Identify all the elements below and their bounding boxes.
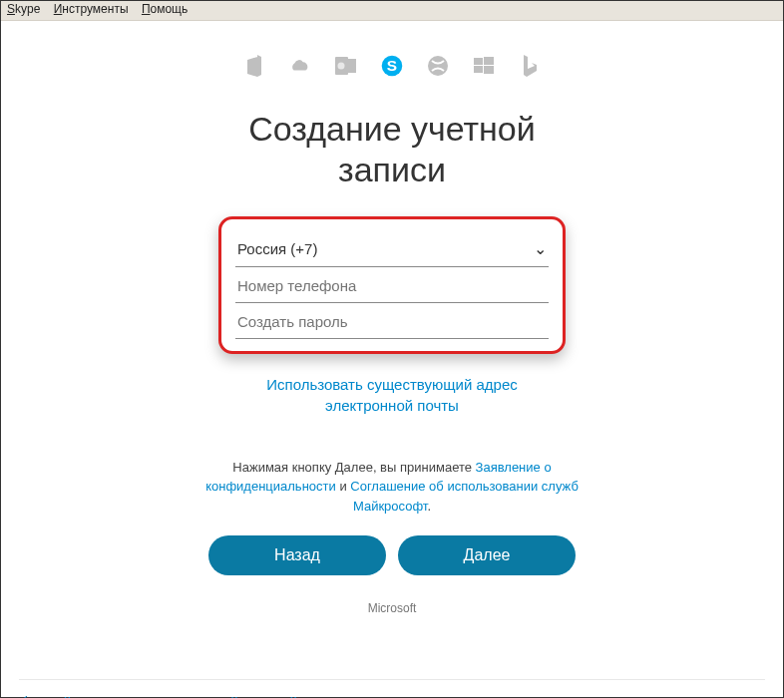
menu-tools[interactable]: Инструменты: [54, 2, 129, 16]
svg-rect-7: [484, 57, 494, 65]
agreement-link[interactable]: Соглашение об использовании служб Майкро…: [350, 479, 579, 514]
svg-rect-8: [474, 66, 483, 73]
chevron-down-icon: ⌄: [534, 239, 547, 258]
office-icon: [242, 54, 266, 78]
phone-field-row: [235, 267, 549, 303]
country-code-value: Россия (+7): [237, 240, 317, 257]
windows-icon: [472, 54, 496, 78]
password-field-row: [235, 303, 549, 339]
back-button[interactable]: Назад: [208, 535, 386, 575]
signup-form-highlight: Россия (+7) ⌄: [218, 216, 566, 354]
phone-input[interactable]: [237, 277, 547, 294]
other-account-link[interactable]: 🡠 Войти в систему под другой учетной зап…: [19, 679, 765, 698]
terms-suffix: .: [427, 499, 431, 514]
skype-icon: S: [380, 54, 404, 78]
svg-point-2: [338, 63, 345, 70]
next-button[interactable]: Далее: [398, 535, 576, 575]
button-row: Назад Далее: [16, 535, 768, 575]
country-code-select[interactable]: Россия (+7) ⌄: [235, 229, 549, 267]
svg-rect-9: [484, 66, 494, 74]
title-line2: записи: [16, 150, 768, 190]
services-icon-row: S: [16, 51, 768, 81]
svg-text:S: S: [387, 57, 397, 74]
menu-skype[interactable]: Skype: [7, 2, 40, 16]
use-existing-email-link[interactable]: Использовать существующий адрес электрон…: [16, 374, 768, 416]
terms-and: и: [336, 479, 351, 494]
arrow-left-icon: 🡠: [19, 692, 37, 698]
use-email-line1: Использовать существующий адрес: [16, 374, 768, 395]
microsoft-footer: Microsoft: [16, 601, 768, 615]
other-account-text: Войти в систему под другой учетной запис…: [45, 694, 360, 698]
svg-rect-6: [474, 58, 483, 65]
xbox-icon: [426, 54, 450, 78]
onedrive-icon: [288, 54, 312, 78]
use-email-line2: электронной почты: [16, 395, 768, 416]
bing-icon: [518, 54, 542, 78]
terms-prefix: Нажимая кнопку Далее, вы принимаете: [232, 460, 475, 475]
outlook-icon: [334, 54, 358, 78]
password-input[interactable]: [237, 313, 547, 330]
svg-point-5: [428, 56, 448, 76]
page-title: Создание учетной записи: [16, 109, 768, 190]
terms-text: Нажимая кнопку Далее, вы принимаете Заяв…: [193, 458, 591, 517]
menubar: Skype Инструменты Помощь: [1, 1, 783, 21]
title-line1: Создание учетной: [16, 109, 768, 150]
menu-help[interactable]: Помощь: [142, 2, 188, 16]
